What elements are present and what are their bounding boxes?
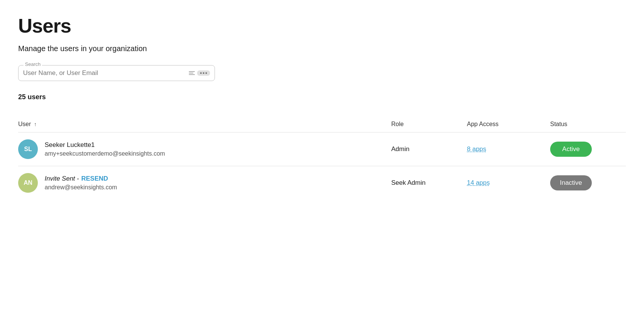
users-table: User ↑ Role App Access Status SL Seeker … (18, 116, 626, 200)
user-cell: AN Invite Sent - RESEND andrew@seekinsig… (18, 173, 391, 193)
user-info: Invite Sent - RESEND andrew@seekinsights… (45, 175, 117, 191)
resend-link[interactable]: RESEND (81, 175, 108, 183)
search-container: Search (18, 65, 215, 81)
user-role: Admin (391, 145, 467, 153)
invite-row: Invite Sent - RESEND (45, 175, 117, 183)
more-options-icon[interactable] (197, 70, 210, 76)
header-user-label: User (18, 121, 31, 128)
avatar: AN (18, 173, 38, 193)
app-access-link[interactable]: 8 apps (467, 145, 486, 153)
page-subtitle: Manage the users in your organization (18, 44, 626, 53)
user-name-invite: Invite Sent - (45, 175, 79, 183)
status-badge: Active (550, 142, 592, 157)
table-row: SL Seeker Luckette1 amy+seekcustomerdemo… (18, 132, 626, 166)
filter-icon[interactable] (189, 71, 195, 75)
status-badge: Inactive (550, 175, 592, 190)
app-access: 14 apps (467, 179, 550, 187)
app-access-link[interactable]: 14 apps (467, 179, 490, 186)
status-cell: Active (550, 142, 626, 157)
search-icons (189, 70, 210, 76)
table-header: User ↑ Role App Access Status (18, 116, 626, 132)
avatar: SL (18, 139, 38, 159)
user-count: 25 users (18, 93, 626, 101)
user-email: amy+seekcustomerdemo@seekinsights.com (45, 150, 165, 157)
user-info: Seeker Luckette1 amy+seekcustomerdemo@se… (45, 141, 165, 157)
header-app-access: App Access (467, 121, 550, 128)
table-row: AN Invite Sent - RESEND andrew@seekinsig… (18, 166, 626, 200)
user-cell: SL Seeker Luckette1 amy+seekcustomerdemo… (18, 139, 391, 159)
status-cell: Inactive (550, 175, 626, 190)
sort-arrow-icon: ↑ (34, 121, 37, 127)
search-input[interactable] (23, 69, 186, 77)
header-user[interactable]: User ↑ (18, 121, 391, 128)
user-role: Seek Admin (391, 179, 467, 187)
page-title: Users (18, 15, 626, 37)
user-email: andrew@seekinsights.com (45, 184, 117, 191)
user-name: Seeker Luckette1 (45, 141, 165, 149)
header-status: Status (550, 121, 626, 128)
search-label: Search (23, 61, 42, 67)
header-role: Role (391, 121, 467, 128)
search-box (18, 65, 215, 81)
app-access: 8 apps (467, 145, 550, 153)
